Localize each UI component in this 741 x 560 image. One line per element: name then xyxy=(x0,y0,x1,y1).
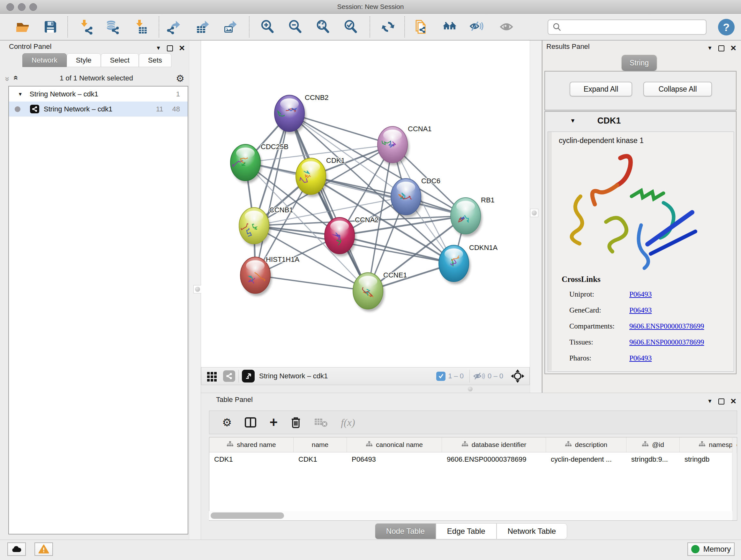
open-session-icon[interactable] xyxy=(13,17,32,36)
scrollbar-thumb[interactable] xyxy=(211,512,284,519)
column-header-description[interactable]: description xyxy=(546,437,626,452)
node-table[interactable]: shared namenamecanonical namedatabase id… xyxy=(209,437,737,521)
export-network-icon[interactable] xyxy=(165,17,183,36)
panel-menu-icon[interactable]: ▼ xyxy=(156,45,161,51)
crosslink-link[interactable]: P06493 xyxy=(629,306,652,314)
search-box[interactable] xyxy=(548,19,706,35)
home-icon[interactable] xyxy=(441,17,459,36)
delete-column-trash-icon[interactable] xyxy=(290,416,301,429)
crosslink-link[interactable]: 9606.ENSP00000378699 xyxy=(629,338,704,347)
save-session-icon[interactable] xyxy=(41,17,60,36)
warnings-button[interactable] xyxy=(35,543,53,556)
refresh-layout-icon[interactable] xyxy=(379,17,397,36)
zoom-in-icon[interactable] xyxy=(258,17,277,36)
add-column-icon[interactable]: + xyxy=(269,416,278,428)
crosslink-link[interactable]: 9606.ENSP00000378699 xyxy=(629,322,704,330)
cloud-status-button[interactable] xyxy=(7,543,26,556)
panel-close-icon[interactable]: ✕ xyxy=(730,397,737,406)
node-CCNB2[interactable]: CCNB2 xyxy=(274,94,329,134)
table-cell[interactable]: cyclin-dependent ... xyxy=(546,452,626,466)
network-list-header: » » 1 of 1 Network selected ⚙ xyxy=(6,71,185,85)
node-CDKN1A[interactable]: CDKN1A xyxy=(439,244,498,284)
zoom-out-icon[interactable] xyxy=(286,17,305,36)
column-header-namespace[interactable]: namespace xyxy=(680,437,737,452)
node-CCNB1[interactable]: CCNB1 xyxy=(239,206,293,246)
right-splitter[interactable] xyxy=(530,41,542,393)
tab-edge-table[interactable]: Edge Table xyxy=(436,523,496,539)
panel-menu-icon[interactable]: ▼ xyxy=(707,45,713,51)
crosslink-link[interactable]: P06493 xyxy=(629,290,652,299)
panel-close-icon[interactable]: ✕ xyxy=(179,44,185,53)
edge-CCNB2-HIST1H1A[interactable] xyxy=(255,113,289,275)
zoom-fit-icon[interactable] xyxy=(314,17,332,36)
tab-string[interactable]: String xyxy=(622,55,657,71)
expand-all-icon[interactable]: » xyxy=(10,77,20,80)
tab-network[interactable]: Network xyxy=(22,53,67,67)
table-cell[interactable]: stringdb:9... xyxy=(626,452,680,466)
clipboard-network-icon[interactable] xyxy=(411,17,430,36)
zoom-selected-icon[interactable] xyxy=(341,17,360,36)
panel-menu-icon[interactable]: ▼ xyxy=(707,398,713,405)
selected-checkbox-icon[interactable] xyxy=(436,372,446,381)
tab-style[interactable]: Style xyxy=(67,53,101,67)
table-panel: Table Panel ▼ ✕ ⚙ + xyxy=(201,393,741,540)
table-vertical-scrollbar[interactable] xyxy=(732,438,737,521)
tab-network-table[interactable]: Network Table xyxy=(496,523,567,539)
node-CCNA1[interactable]: CCNA1 xyxy=(378,125,432,165)
crosslink-link[interactable]: P06493 xyxy=(629,354,652,362)
node-CCNE1[interactable]: CCNE1 xyxy=(353,271,407,312)
panel-float-icon[interactable] xyxy=(718,45,724,51)
import-table-icon[interactable] xyxy=(132,17,151,36)
table-cell[interactable]: 9606.ENSP00000378699 xyxy=(442,452,546,466)
expand-all-button[interactable]: Expand All xyxy=(569,82,632,97)
results-scrollbar[interactable] xyxy=(548,132,552,371)
network-canvas[interactable]: CCNB2CCNA1CDC25BCDK1CDC6RB1CCNB1CCNA2CDK… xyxy=(201,41,530,367)
table-cell[interactable]: CDK1 xyxy=(209,452,293,466)
center-view-icon[interactable] xyxy=(510,369,525,383)
grid-view-icon[interactable] xyxy=(206,371,217,381)
column-header-shared-name[interactable]: shared name xyxy=(209,437,293,452)
edge-CCNE1-HIST1H1A[interactable] xyxy=(255,275,368,291)
table-settings-gear-icon[interactable]: ⚙ xyxy=(222,416,232,429)
tree-expand-icon[interactable]: ▼ xyxy=(18,91,23,97)
birdseye-view-icon[interactable] xyxy=(242,370,255,382)
import-network-icon[interactable] xyxy=(77,17,95,36)
share-view-icon[interactable] xyxy=(223,370,235,382)
tab-node-table[interactable]: Node Table xyxy=(375,523,436,539)
panel-close-icon[interactable]: ✕ xyxy=(730,44,737,53)
node-HIST1H1A[interactable]: HIST1H1A xyxy=(240,255,299,296)
collapse-all-button[interactable]: Collapse All xyxy=(643,82,712,97)
right-splitter-handle[interactable] xyxy=(530,209,538,217)
left-splitter-handle[interactable] xyxy=(193,285,202,294)
show-all-icon[interactable] xyxy=(497,17,516,36)
column-header-canonical-name[interactable]: canonical name xyxy=(347,437,442,452)
panel-float-icon[interactable] xyxy=(167,45,173,51)
table-cell[interactable]: P06493 xyxy=(347,452,442,466)
horizontal-splitter-handle[interactable] xyxy=(468,387,473,391)
memory-button[interactable]: Memory xyxy=(687,543,735,556)
column-header--id[interactable]: @id xyxy=(626,437,680,452)
import-database-icon[interactable] xyxy=(103,17,122,36)
help-button[interactable]: ? xyxy=(718,19,735,36)
left-splitter[interactable] xyxy=(189,41,201,540)
table-horizontal-scrollbar[interactable] xyxy=(209,511,732,520)
export-image-icon[interactable] xyxy=(221,17,240,36)
network-collection-row[interactable]: ▼ String Network – cdk1 1 xyxy=(9,86,188,102)
table-cell[interactable]: CDK1 xyxy=(293,452,347,466)
export-table-icon[interactable] xyxy=(193,17,212,36)
node-RB1[interactable]: RB1 xyxy=(451,196,495,237)
show-columns-icon[interactable] xyxy=(245,416,257,428)
gear-icon[interactable]: ⚙ xyxy=(176,73,185,84)
network-row[interactable]: String Network – cdk1 11 48 xyxy=(9,102,188,117)
tab-sets[interactable]: Sets xyxy=(139,53,172,67)
column-header-database-identifier[interactable]: database identifier xyxy=(442,437,546,452)
column-header-name[interactable]: name xyxy=(293,437,347,452)
node-CCNA2[interactable]: CCNA2 xyxy=(325,216,379,256)
hide-selected-icon[interactable] xyxy=(468,17,486,36)
tab-select[interactable]: Select xyxy=(101,53,139,67)
table-cell[interactable]: stringdb xyxy=(680,452,737,466)
edge-CCNB2-CCNE1[interactable] xyxy=(289,113,368,291)
table-row[interactable]: CDK1CDK1P064939606.ENSP00000378699cyclin… xyxy=(209,452,737,466)
section-collapse-icon[interactable]: ▼ xyxy=(570,118,576,124)
panel-float-icon[interactable] xyxy=(718,398,724,405)
